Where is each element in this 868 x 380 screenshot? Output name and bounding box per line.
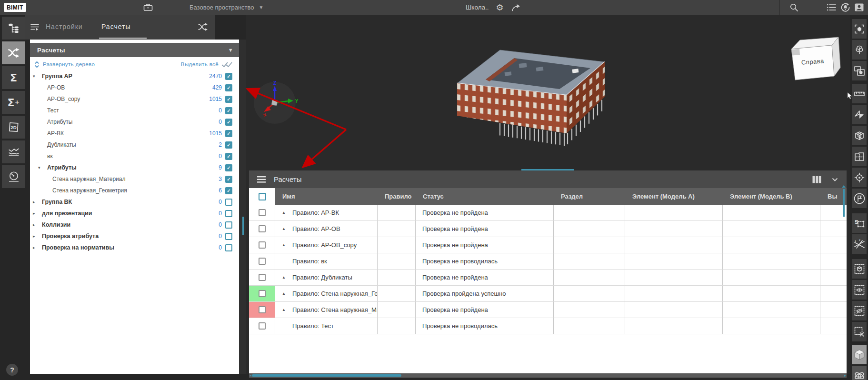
navigation-cube[interactable]: Справа (786, 33, 843, 83)
tree-item[interactable]: ▸для презентации0 (30, 208, 239, 219)
row-checkbox[interactable] (259, 274, 266, 281)
tree-item[interactable]: ▾Атрибуты9✓ (30, 162, 239, 173)
tree-item[interactable]: ▸Проверка атрибута0 (30, 230, 239, 242)
caret-right-icon[interactable]: ▸ (33, 211, 42, 216)
collapse-triangle-icon[interactable]: ▲ (282, 210, 292, 215)
shuffle-icon[interactable] (198, 22, 209, 31)
axis-gizmo[interactable]: Z Y X (252, 80, 300, 128)
tree-checkbox[interactable]: ✓ (225, 73, 232, 80)
selection-association-tool[interactable] (852, 61, 867, 80)
collapse-triangle-icon[interactable]: ▲ (282, 275, 292, 280)
2d-view-tool[interactable]: 2D (2, 116, 25, 139)
table-row[interactable]: ▲Правило: АР-ОВПроверка не пройдена (249, 221, 847, 237)
ruler-tool[interactable] (852, 84, 867, 103)
search-icon[interactable] (789, 3, 798, 12)
panel-scrollbar[interactable] (239, 40, 246, 374)
locate-tool[interactable] (852, 168, 867, 187)
tree-checkbox[interactable] (225, 210, 232, 217)
model-tree-tool[interactable] (2, 17, 25, 40)
shuffle-tool[interactable] (2, 41, 25, 64)
panel-menu-icon[interactable] (30, 23, 40, 31)
clash-lines-tool[interactable]: 12 (852, 234, 867, 254)
tree-visibility-tool[interactable] (852, 40, 867, 60)
briefcase-icon[interactable] (143, 2, 153, 12)
select-all-link[interactable]: Выделить всё (181, 61, 219, 67)
fit-view-tool[interactable] (852, 19, 867, 39)
tree-item[interactable]: Стена наружная_Геометрия6✓ (30, 185, 239, 196)
tree-checkbox[interactable] (225, 221, 232, 229)
orbit-tool[interactable] (852, 366, 867, 380)
tree-checkbox[interactable]: ✓ (225, 176, 232, 183)
tree-checkbox[interactable]: ✓ (225, 141, 232, 149)
row-checkbox[interactable] (259, 322, 266, 330)
tree-checkbox[interactable]: ✓ (225, 187, 232, 194)
caret-right-icon[interactable]: ▸ (33, 234, 42, 239)
table-row[interactable]: ▲Правило: Стена наружная_МатериалПроверк… (249, 302, 847, 318)
tree-section-header[interactable]: Расчеты ▼ (30, 43, 239, 57)
flag-tool[interactable] (852, 189, 867, 208)
show-eye-tool[interactable] (852, 280, 867, 300)
tree-item[interactable]: АР-ВК1015✓ (30, 128, 239, 139)
row-checkbox[interactable] (259, 290, 266, 297)
column-header[interactable]: Раздел (554, 188, 625, 205)
table-vscroll-up-icon[interactable] (842, 185, 846, 188)
tree-checkbox[interactable]: ✓ (225, 107, 232, 114)
table-row[interactable]: ▲Правило: АР-ОВ_copyПроверка не пройдена (249, 237, 847, 253)
row-checkbox[interactable] (259, 306, 266, 313)
workspace-selector[interactable]: Базовое пространство ▼ (190, 0, 263, 15)
table-hscrollbar[interactable]: ◂ ▸ (249, 373, 847, 378)
solid-cube-tool[interactable] (852, 345, 867, 364)
tree-item[interactable]: АР-ОВ_copy1015✓ (30, 93, 239, 105)
tree-checkbox[interactable] (225, 199, 232, 206)
column-header[interactable]: Имя (275, 188, 378, 205)
table-row[interactable]: ▲Правило: Стена наружная_ГеометрияПровер… (249, 286, 847, 302)
table-vscrollbar[interactable] (843, 189, 845, 217)
row-checkbox[interactable] (259, 225, 266, 232)
tree-checkbox[interactable] (225, 233, 232, 240)
row-checkbox[interactable] (259, 258, 266, 265)
tree-item[interactable]: Стена наружная_Материал3✓ (30, 173, 239, 185)
tree-checkbox[interactable] (225, 244, 232, 251)
hide-eye-tool[interactable] (852, 301, 867, 320)
columns-icon[interactable] (812, 176, 821, 183)
caret-right-icon[interactable]: ▸ (33, 200, 42, 204)
tree-checkbox[interactable]: ✓ (225, 130, 232, 137)
section-plane-tool[interactable] (852, 105, 867, 124)
hscroll-thumb[interactable] (252, 374, 401, 377)
table-row[interactable]: Правило: вкПроверка не проводилась (249, 253, 847, 270)
collapse-triangle-icon[interactable]: ▲ (282, 243, 292, 247)
column-header[interactable]: Статус (416, 188, 554, 205)
settings-gear-icon[interactable]: ⚙ (496, 3, 504, 12)
chart-tool[interactable] (2, 140, 25, 163)
expand-tree-icon[interactable] (34, 61, 40, 68)
tree-item[interactable]: ▸Группа ВК0 (30, 196, 239, 208)
scrollbar-thumb[interactable] (242, 217, 244, 235)
column-header[interactable]: Элемент (Модель В) (723, 188, 820, 205)
table-menu-icon[interactable] (257, 176, 266, 183)
tree-item[interactable]: ▾Группа АР2470✓ (30, 70, 239, 82)
tree-item[interactable]: АР-ОВ429✓ (30, 82, 239, 93)
collapse-triangle-icon[interactable]: ▲ (282, 291, 292, 296)
tree-checkbox[interactable]: ✓ (225, 84, 232, 91)
expand-tree-link[interactable]: Развернуть дерево (43, 61, 95, 67)
tree-item[interactable]: ▸Коллизии0 (30, 219, 239, 230)
help-button[interactable]: ? (6, 364, 18, 376)
table-resize-handle[interactable] (521, 169, 574, 170)
column-header[interactable]: Элемент (Модель А) (625, 188, 723, 205)
gauge-tool[interactable] (2, 165, 25, 188)
hscroll-left-icon[interactable]: ◂ (249, 374, 251, 377)
sigma-plus-tool[interactable]: Σ+ (2, 91, 25, 114)
caret-down-icon[interactable]: ▾ (33, 74, 42, 79)
building-model[interactable] (448, 36, 609, 150)
caret-right-icon[interactable]: ▸ (33, 245, 42, 250)
column-header[interactable]: Правило (378, 188, 416, 205)
app-logo[interactable]: BiMiT (4, 3, 26, 12)
notifications-icon[interactable] (840, 2, 850, 12)
tree-checkbox[interactable]: ✓ (225, 164, 232, 171)
tab-calculations[interactable]: Расчеты (101, 15, 131, 39)
tree-item[interactable]: Атрибуты0✓ (30, 116, 239, 128)
collapse-triangle-icon[interactable]: ▲ (282, 308, 292, 312)
caret-right-icon[interactable]: ▸ (33, 222, 42, 227)
tree-checkbox[interactable]: ✓ (225, 96, 232, 103)
hscroll-right-icon[interactable]: ▸ (844, 374, 846, 377)
